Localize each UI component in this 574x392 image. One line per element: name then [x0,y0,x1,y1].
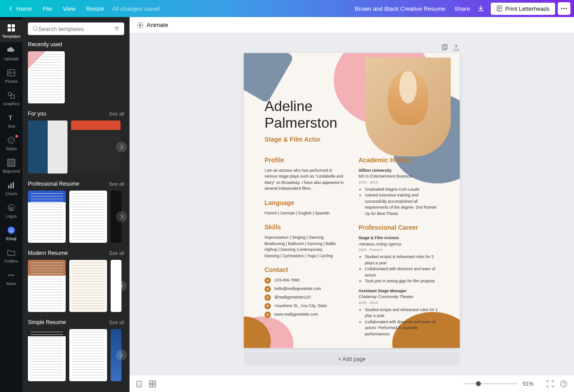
rail-more[interactable]: More [0,267,22,290]
template-thumb[interactable] [28,329,66,381]
resume-role[interactable]: Stage & Film Actor [265,136,439,143]
svg-rect-36 [149,381,152,383]
see-all-link[interactable]: See all [109,250,124,256]
tool-rail: Templates Uploads Photos Graphics TText … [0,17,22,392]
academic-heading[interactable]: Academic History [359,156,439,165]
see-all-link[interactable]: See all [109,111,124,116]
skills-text[interactable]: Improvisation | Singing | DancingBeatbox… [265,235,345,259]
template-search[interactable] [28,22,124,35]
duplicate-icon[interactable] [441,44,448,51]
filter-icon[interactable] [114,25,120,32]
svg-rect-37 [153,381,156,383]
contact-row[interactable]: ●hello@reallygreatsite.com [265,286,345,292]
svg-point-29 [13,275,14,276]
svg-rect-6 [8,28,11,31]
svg-point-26 [12,229,13,230]
add-page-button[interactable]: + Add page [244,352,460,366]
chevron-right-icon [120,144,123,150]
template-thumb[interactable] [69,191,107,243]
print-button[interactable]: Print Letterheads [491,3,555,15]
next-button[interactable] [116,281,127,291]
contact-row[interactable]: ●Anywhere St., Any City, State [265,303,345,309]
rail-graphics[interactable]: Graphics [0,87,22,110]
download-button[interactable] [474,2,488,15]
search-input[interactable] [38,26,114,32]
profile-text[interactable]: I am an actress who has performed in var… [265,168,345,192]
template-thumb[interactable] [71,120,121,174]
save-status: All changes saved [112,5,160,12]
palette-icon [7,136,16,145]
template-thumb[interactable] [69,260,107,312]
rail-text[interactable]: TText [0,110,22,132]
language-text[interactable]: French | German | English | Spanish [265,210,345,217]
chart-icon [7,181,16,190]
page-actions [244,42,460,53]
cloud-icon [7,46,16,55]
svg-rect-21 [13,182,14,188]
see-all-link[interactable]: See all [109,320,124,325]
career-heading[interactable]: Professional Career [359,223,439,232]
svg-rect-20 [10,183,12,188]
canvas-area: Animate AdelinePalmerston Stage & Film A… [130,17,574,392]
svg-rect-38 [149,384,152,387]
rail-templates[interactable]: Templates [0,20,22,42]
document-title[interactable]: Brown and Black Creative Resume [355,5,446,12]
svg-point-3 [566,8,567,9]
view-menu[interactable]: View [58,0,81,17]
zoom-slider[interactable] [463,383,517,384]
rail-folders[interactable]: Folders [0,245,22,267]
logo-icon: lg [7,203,16,212]
rail-styles[interactable]: Styles [0,132,22,155]
svg-point-15 [12,139,13,140]
ellipsis-icon [561,8,567,9]
contact-row[interactable]: ●@reallygreatsite123 [265,294,345,301]
document-page[interactable]: AdelinePalmerston Stage & Film Actor Pro… [244,53,460,348]
rail-charts[interactable]: Charts [0,177,22,200]
resize-menu[interactable]: Resize [81,0,110,17]
profile-heading[interactable]: Profile [265,156,345,165]
template-thumb[interactable] [28,51,65,103]
file-menu[interactable]: File [37,0,58,17]
template-thumb[interactable] [28,260,66,312]
contact-row[interactable]: ●123-456-7890 [265,277,345,284]
chevron-left-icon [9,6,13,11]
template-thumb[interactable] [28,191,66,243]
text-icon: T [7,113,16,122]
more-button[interactable] [558,2,570,15]
animate-button[interactable]: Animate [137,22,168,29]
contact-row[interactable]: ●www.reallygreatsite.com [265,312,345,318]
rail-logos[interactable]: lgLogos [0,200,22,222]
home-button[interactable]: Home [4,0,37,17]
contact-heading[interactable]: Contact [265,265,345,275]
share-button[interactable]: Share [454,5,470,12]
rail-uploads[interactable]: Uploads [0,42,22,65]
svg-point-14 [9,139,10,140]
share-page-icon[interactable] [453,44,460,51]
grid-icon[interactable] [148,380,157,388]
resume-name[interactable]: AdelinePalmerston [265,98,439,131]
zoom-value[interactable]: 91% [523,381,534,387]
template-thumb[interactable] [69,329,107,381]
svg-point-13 [8,137,14,143]
next-button[interactable] [116,350,127,361]
help-icon[interactable]: ? [560,380,568,388]
rail-photos[interactable]: Photos [0,65,22,87]
chevron-right-icon [120,283,123,289]
emoji-icon [7,226,16,235]
svg-rect-11 [11,95,14,98]
svg-text:lg: lg [9,206,13,210]
next-button[interactable] [116,211,127,222]
top-bar: Home File View Resize All changes saved … [0,0,574,17]
see-all-link[interactable]: See all [109,181,124,187]
section-for-you: For you [28,111,46,117]
skills-heading[interactable]: Skills [265,223,345,232]
template-thumb[interactable] [28,120,67,174]
svg-point-24 [8,227,15,234]
rail-emoji[interactable]: Emoji [0,222,22,245]
next-button[interactable] [116,142,127,152]
pages-icon[interactable]: 1 [136,380,144,388]
fullscreen-icon[interactable] [546,380,554,388]
language-heading[interactable]: Language [265,198,345,208]
rail-bkground[interactable]: Bkground [0,155,22,177]
svg-rect-7 [12,28,15,31]
